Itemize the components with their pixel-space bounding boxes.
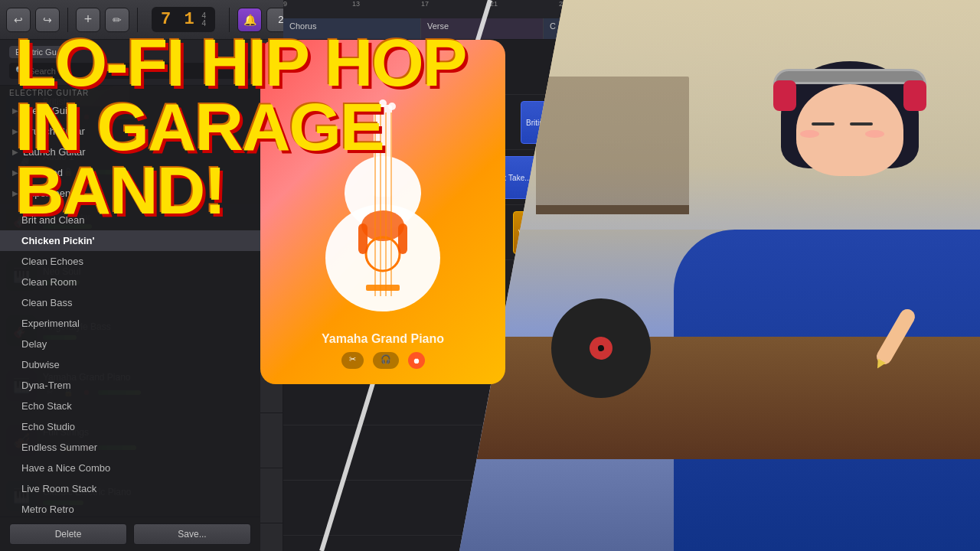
- shelf-board: [536, 205, 689, 214]
- gb-subtitle: Yamaha Grand Piano ✂ 🎧 ⏺: [260, 332, 505, 369]
- amp-panel-header: Electric Gu... 🔍 Search: [0, 40, 260, 86]
- garageband-guitar-icon: [291, 90, 475, 334]
- record-btn[interactable]: ⏺: [408, 352, 425, 369]
- headphone-left: [773, 80, 796, 111]
- anime-headphones: [773, 69, 926, 115]
- anime-desk-surface: [459, 337, 980, 459]
- anime-blush-right: [865, 130, 884, 138]
- headphone-right: [903, 80, 926, 111]
- svg-rect-2: [374, 105, 392, 197]
- search-container: 🔍 Search: [9, 63, 251, 79]
- svg-point-11: [370, 103, 377, 110]
- headphone-band: [773, 69, 926, 84]
- gb-controls: ✂ 🎧 ⏺: [260, 352, 505, 369]
- amp-category-distorted[interactable]: ▶ Distorted: [0, 162, 260, 183]
- amp-item-clean-room[interactable]: Clean Room: [0, 272, 260, 292]
- garageband-splash: Yamaha Grand Piano ✂ 🎧 ⏺: [260, 40, 505, 384]
- amp-bottom-bar: Delete Save...: [0, 517, 260, 551]
- headphones-btn[interactable]: 🎧: [373, 352, 399, 369]
- amp-item-metro-retro[interactable]: Metro Retro: [0, 499, 260, 517]
- amp-item-dubwise[interactable]: Dubwise: [0, 354, 260, 375]
- section-chorus: Chorus: [283, 18, 421, 40]
- delete-button[interactable]: Delete: [9, 523, 127, 545]
- amp-section-electric-guitar: Electric Guitar: [0, 86, 260, 100]
- amp-category-experimental[interactable]: ▶ Experimental: [0, 183, 260, 204]
- save-button[interactable]: Save...: [133, 523, 251, 545]
- amp-item-clean-echoes[interactable]: Clean Echoes: [0, 251, 260, 272]
- amp-category-launch-guitar[interactable]: ▶ Launch Guitar: [0, 142, 260, 162]
- amp-category-crunch-guitar[interactable]: ▶ Crunch Guitar: [0, 121, 260, 142]
- amp-item-endless-summer[interactable]: Endless Summer: [0, 437, 260, 458]
- section-verse: Verse: [421, 18, 544, 40]
- ruler-mark-9: 9: [283, 0, 287, 8]
- amp-item-control[interactable]: Experimental: [0, 313, 260, 334]
- amp-item-dyna-trem[interactable]: Dyna-Trem: [0, 375, 260, 396]
- anime-eye-left: [812, 122, 835, 126]
- ruler-mark-17: 17: [421, 0, 429, 8]
- search-placeholder: Search: [29, 67, 56, 76]
- bookshelf: [536, 77, 689, 214]
- time-signature: 4 4: [202, 12, 207, 28]
- svg-rect-5: [358, 223, 368, 254]
- ruler-mark-21: 21: [490, 0, 498, 8]
- svg-point-13: [388, 103, 396, 110]
- scissors-btn[interactable]: ✂: [341, 352, 364, 369]
- anime-eye-right: [850, 122, 873, 126]
- amp-tab-guitar[interactable]: Electric Gu...: [9, 46, 70, 58]
- svg-point-12: [379, 99, 387, 107]
- amp-list: Electric Guitar ▶ Clean Guitar ▶ Crunch …: [0, 86, 260, 517]
- amp-item-brit-and-clean[interactable]: Brit and Clean: [0, 210, 260, 230]
- svg-rect-6: [398, 223, 407, 254]
- search-icon: 🔍: [15, 66, 26, 76]
- amp-item-live-room-stack[interactable]: Live Room Stack: [0, 478, 260, 499]
- amp-item-clean-bass[interactable]: Clean Bass: [0, 292, 260, 313]
- ruler-mark-13: 13: [352, 0, 360, 8]
- amp-item-delay[interactable]: Delay: [0, 334, 260, 354]
- anime-blush-left: [800, 130, 819, 138]
- amp-item-chicken-pickin[interactable]: Chicken Pickin': [0, 230, 260, 251]
- amp-panel: Electric Gu... 🔍 Search Electric Guitar …: [0, 40, 260, 551]
- amp-category-clean-guitar[interactable]: ▶ Clean Guitar: [0, 100, 260, 121]
- beat-counter: 7 1: [161, 10, 196, 29]
- amp-item-have-nice-combo[interactable]: Have a Nice Combo: [0, 458, 260, 478]
- gb-subtitle-text: Yamaha Grand Piano: [260, 332, 505, 346]
- amp-item-echo-stack[interactable]: Echo Stack: [0, 396, 260, 416]
- amp-item-echo-studio[interactable]: Echo Studio: [0, 416, 260, 437]
- divider: [0, 204, 260, 210]
- svg-rect-14: [366, 285, 400, 291]
